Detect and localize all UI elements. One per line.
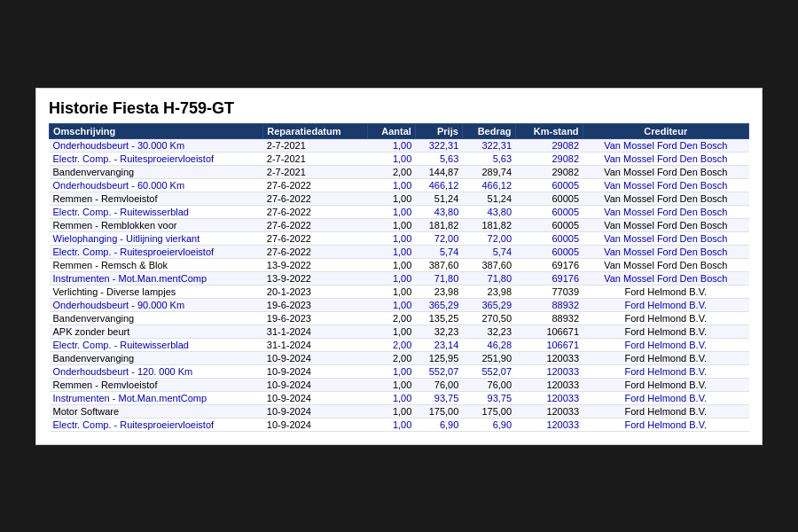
cell-prijs: 125,95: [415, 351, 462, 364]
cell-reparatiedatum: 10-9-2024: [263, 404, 367, 418]
table-row: Wielophanging - Uitlijning vierkant 27-6…: [50, 231, 749, 245]
cell-prijs: 5,74: [415, 245, 462, 258]
cell-crediteur: Van Mossel Ford Den Bosch: [583, 245, 748, 258]
cell-omschrijving: Remmen - Remblokken voor: [50, 218, 263, 231]
cell-bedrag: 93,75: [462, 391, 515, 404]
col-bedrag: Bedrag: [462, 123, 515, 138]
cell-aantal: 2,00: [367, 351, 415, 364]
cell-crediteur: Ford Helmond B.V.: [583, 285, 748, 298]
cell-aantal: 1,00: [367, 178, 415, 192]
cell-aantal: 2,00: [367, 311, 415, 325]
table-body: Onderhoudsbeurt - 30.000 Km 2-7-2021 1,0…: [50, 138, 749, 431]
cell-crediteur: Ford Helmond B.V.: [583, 378, 748, 391]
cell-bedrag: 175,00: [462, 404, 515, 418]
cell-aantal: 1,00: [367, 245, 415, 258]
cell-omschrijving: Electr. Comp. - Ruitewisserblad: [50, 205, 263, 218]
cell-bedrag: 6,90: [462, 418, 515, 431]
cell-bedrag: 270,50: [462, 311, 515, 325]
cell-kmstand: 120033: [515, 364, 583, 378]
cell-crediteur: Van Mossel Ford Den Bosch: [583, 165, 748, 178]
cell-bedrag: 43,80: [462, 205, 515, 218]
cell-aantal: 1,00: [367, 364, 415, 378]
cell-crediteur: Ford Helmond B.V.: [583, 364, 748, 378]
cell-kmstand: 120033: [515, 351, 583, 364]
cell-omschrijving: Bandenvervanging: [50, 311, 263, 325]
cell-kmstand: 60005: [515, 245, 583, 258]
cell-bedrag: 5,74: [462, 245, 515, 258]
cell-omschrijving: Onderhoudsbeurt - 120. 000 Km: [50, 364, 263, 378]
cell-reparatiedatum: 27-6-2022: [263, 218, 367, 231]
cell-omschrijving: Remmen - Remvloeistof: [50, 378, 263, 391]
cell-omschrijving: Electr. Comp. - Ruitewisserblad: [50, 338, 263, 351]
cell-kmstand: 120033: [515, 378, 583, 391]
cell-omschrijving: Bandenvervanging: [50, 351, 263, 364]
cell-crediteur: Ford Helmond B.V.: [583, 351, 748, 364]
cell-prijs: 32,23: [415, 325, 462, 338]
cell-crediteur: Van Mossel Ford Den Bosch: [583, 178, 748, 192]
cell-kmstand: 69176: [515, 258, 583, 271]
cell-kmstand: 60005: [515, 218, 583, 231]
cell-crediteur: Ford Helmond B.V.: [583, 391, 748, 404]
cell-omschrijving: Instrumenten - Mot.Man.mentComp: [50, 271, 263, 285]
cell-reparatiedatum: 27-6-2022: [263, 205, 367, 218]
cell-bedrag: 552,07: [462, 364, 515, 378]
cell-aantal: 1,00: [367, 298, 415, 311]
cell-prijs: 175,00: [415, 404, 462, 418]
cell-reparatiedatum: 31-1-2024: [263, 338, 367, 351]
cell-reparatiedatum: 27-6-2022: [263, 231, 367, 245]
cell-aantal: 1,00: [367, 205, 415, 218]
cell-kmstand: 77039: [515, 285, 583, 298]
cell-aantal: 1,00: [367, 138, 415, 152]
cell-prijs: 71,80: [415, 271, 462, 285]
col-crediteur: Crediteur: [583, 123, 748, 138]
cell-prijs: 135,25: [415, 311, 462, 325]
cell-omschrijving: Electr. Comp. - Ruitesproeiervloeistof: [50, 152, 263, 165]
cell-crediteur: Ford Helmond B.V.: [583, 338, 748, 351]
cell-aantal: 1,00: [367, 271, 415, 285]
cell-kmstand: 88932: [515, 311, 583, 325]
cell-omschrijving: Bandenvervanging: [50, 165, 263, 178]
cell-reparatiedatum: 31-1-2024: [263, 325, 367, 338]
cell-prijs: 181,82: [415, 218, 462, 231]
cell-kmstand: 29082: [515, 165, 583, 178]
cell-prijs: 144,87: [415, 165, 462, 178]
table-row: Onderhoudsbeurt - 120. 000 Km 10-9-2024 …: [50, 364, 749, 378]
cell-aantal: 1,00: [367, 391, 415, 404]
table-row: Motor Software 10-9-2024 1,00 175,00 175…: [50, 404, 749, 418]
cell-prijs: 466,12: [415, 178, 462, 192]
cell-kmstand: 120033: [515, 404, 583, 418]
table-row: Bandenvervanging 19-6-2023 2,00 135,25 2…: [50, 311, 749, 325]
table-row: Electr. Comp. - Ruitesproeiervloeistof 1…: [50, 418, 749, 431]
cell-omschrijving: Electr. Comp. - Ruitesproeiervloeistof: [50, 245, 263, 258]
cell-bedrag: 289,74: [462, 165, 515, 178]
cell-crediteur: Van Mossel Ford Den Bosch: [583, 258, 748, 271]
cell-prijs: 365,29: [415, 298, 462, 311]
cell-kmstand: 69176: [515, 271, 583, 285]
table-row: Onderhoudsbeurt - 30.000 Km 2-7-2021 1,0…: [50, 138, 749, 152]
cell-prijs: 76,00: [415, 378, 462, 391]
col-omschrijving: Omschrijving: [50, 123, 263, 138]
cell-reparatiedatum: 2-7-2021: [263, 165, 367, 178]
history-table: Omschrijving Reparatiedatum Aantal Prijs…: [49, 123, 749, 432]
cell-kmstand: 60005: [515, 192, 583, 205]
cell-kmstand: 60005: [515, 205, 583, 218]
cell-bedrag: 71,80: [462, 271, 515, 285]
cell-reparatiedatum: 27-6-2022: [263, 192, 367, 205]
cell-bedrag: 5,63: [462, 152, 515, 165]
cell-reparatiedatum: 27-6-2022: [263, 245, 367, 258]
table-row: Onderhoudsbeurt - 60.000 Km 27-6-2022 1,…: [50, 178, 749, 192]
cell-omschrijving: Wielophanging - Uitlijning vierkant: [50, 231, 263, 245]
cell-prijs: 23,14: [415, 338, 462, 351]
cell-aantal: 2,00: [367, 338, 415, 351]
cell-aantal: 1,00: [367, 378, 415, 391]
cell-omschrijving: Electr. Comp. - Ruitesproeiervloeistof: [50, 418, 263, 431]
cell-prijs: 322,31: [415, 138, 462, 152]
cell-aantal: 1,00: [367, 418, 415, 431]
cell-aantal: 1,00: [367, 404, 415, 418]
cell-bedrag: 365,29: [462, 298, 515, 311]
cell-reparatiedatum: 13-9-2022: [263, 271, 367, 285]
col-kmstand: Km-stand: [515, 123, 583, 138]
cell-crediteur: Van Mossel Ford Den Bosch: [583, 138, 748, 152]
table-row: APK zonder beurt 31-1-2024 1,00 32,23 32…: [50, 325, 749, 338]
table-row: Instrumenten - Mot.Man.mentComp 10-9-202…: [50, 391, 749, 404]
